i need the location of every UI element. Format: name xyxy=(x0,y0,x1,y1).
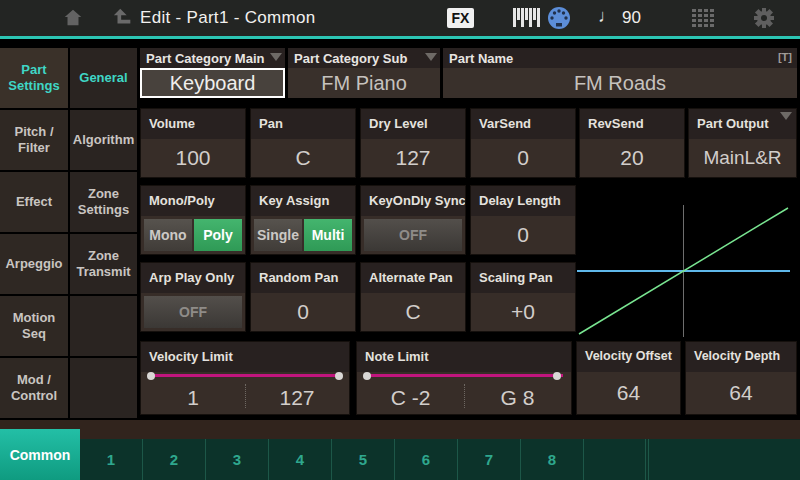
part-category-main-label: Part Category Main xyxy=(146,51,264,66)
velocity-offset-label: Velocity Offset xyxy=(577,342,680,372)
varsend-field[interactable]: VarSend 0 xyxy=(470,108,576,178)
alternate-pan-value[interactable]: C xyxy=(361,293,465,331)
sidebar-item-motion-seq[interactable]: Motion Seq xyxy=(0,296,68,356)
varsend-label: VarSend xyxy=(471,109,575,139)
chevron-down-icon xyxy=(270,53,282,61)
velocity-limit-high-handle[interactable] xyxy=(335,372,343,380)
velocity-offset-field[interactable]: Velocity Offset 64 xyxy=(576,341,681,415)
sidebar-item-arpeggio[interactable]: Arpeggio xyxy=(0,234,68,294)
dry-level-field[interactable]: Dry Level 127 xyxy=(360,108,466,178)
volume-value[interactable]: 100 xyxy=(141,139,245,177)
midi-icon[interactable] xyxy=(547,6,571,30)
note-limit-slider[interactable] xyxy=(363,372,565,380)
note-limit-label: Note Limit xyxy=(357,342,571,372)
fx-badge[interactable]: FX xyxy=(447,8,474,28)
sidebar-item-algorithm[interactable]: Algorithm xyxy=(70,110,137,170)
tab-blank-1 xyxy=(584,439,646,480)
text-entry-icon: [T] xyxy=(778,51,792,63)
sidebar-item-zone-settings[interactable]: Zone Settings xyxy=(70,172,137,232)
velocity-limit-low-value[interactable]: 1 xyxy=(141,382,245,414)
volume-field[interactable]: Volume 100 xyxy=(140,108,246,178)
velocity-depth-label: Velocity Depth xyxy=(686,342,796,372)
velocity-limit-slider[interactable] xyxy=(147,372,343,380)
sidebar-item-general[interactable]: General xyxy=(70,48,137,108)
key-assign-label: Key Assign xyxy=(251,186,355,216)
pan-value[interactable]: C xyxy=(251,139,355,177)
velocity-offset-value[interactable]: 64 xyxy=(577,372,680,414)
accent-divider xyxy=(0,36,800,39)
home-icon[interactable] xyxy=(62,7,84,29)
tab-part-1[interactable]: 1 xyxy=(80,439,143,480)
tab-part-2[interactable]: 2 xyxy=(143,439,206,480)
chevron-down-icon xyxy=(780,112,792,120)
tab-part-8[interactable]: 8 xyxy=(521,439,584,480)
pan-field[interactable]: Pan C xyxy=(250,108,356,178)
velocity-depth-value[interactable]: 64 xyxy=(686,372,796,414)
tab-part-5[interactable]: 5 xyxy=(332,439,395,480)
part-output-field[interactable]: Part Output MainL&R xyxy=(688,108,797,178)
mono-poly-label: Mono/Poly xyxy=(141,186,245,216)
part-name-value[interactable]: FM Roads xyxy=(443,68,797,98)
revsend-value[interactable]: 20 xyxy=(580,139,684,177)
part-name-field[interactable]: Part Name [T] FM Roads xyxy=(443,48,797,98)
volume-label: Volume xyxy=(141,109,245,139)
part-category-main-value[interactable]: Keyboard xyxy=(140,68,285,98)
part-tab-bar: 1 2 3 4 5 6 7 8 xyxy=(0,439,800,480)
part-category-sub-value[interactable]: FM Piano xyxy=(288,68,440,98)
note-limit-field: Note Limit C -2 G 8 xyxy=(356,341,572,415)
velocity-depth-field[interactable]: Velocity Depth 64 xyxy=(685,341,797,415)
scaling-pan-field[interactable]: Scaling Pan +0 xyxy=(470,262,576,332)
sidebar-item-effect[interactable]: Effect xyxy=(0,172,68,232)
keyondly-sync-toggle[interactable]: OFF xyxy=(364,219,462,251)
delay-length-value[interactable]: 0 xyxy=(471,216,575,254)
sidebar-item-empty-2 xyxy=(70,358,137,418)
part-output-value[interactable]: MainL&R xyxy=(689,139,796,177)
sidebar-item-part-settings[interactable]: Part Settings xyxy=(0,48,68,108)
gear-icon[interactable] xyxy=(752,6,776,30)
grid-pads-icon[interactable] xyxy=(692,9,716,27)
sidebar-item-mod-control[interactable]: Mod / Control xyxy=(0,358,68,418)
scaling-pan-value[interactable]: +0 xyxy=(471,293,575,331)
multi-button[interactable]: Multi xyxy=(304,219,352,251)
tab-part-3[interactable]: 3 xyxy=(206,439,269,480)
varsend-value[interactable]: 0 xyxy=(471,139,575,177)
arp-play-only-toggle[interactable]: OFF xyxy=(144,296,242,328)
exit-up-icon[interactable] xyxy=(112,7,134,29)
alternate-pan-field[interactable]: Alternate Pan C xyxy=(360,262,466,332)
scaling-pan-label: Scaling Pan xyxy=(471,263,575,293)
note-limit-low-handle[interactable] xyxy=(363,372,371,380)
velocity-limit-high-value[interactable]: 127 xyxy=(245,382,349,414)
tab-part-4[interactable]: 4 xyxy=(269,439,332,480)
poly-button[interactable]: Poly xyxy=(194,219,242,251)
tempo-note-icon: ♩ xyxy=(598,6,616,27)
tab-blank-2 xyxy=(646,439,649,480)
single-button[interactable]: Single xyxy=(254,219,302,251)
part-category-sub-field[interactable]: Part Category Sub FM Piano xyxy=(288,48,440,98)
delay-length-label: Delay Length xyxy=(471,186,575,216)
velocity-limit-low-handle[interactable] xyxy=(147,372,155,380)
part-category-main-field[interactable]: Part Category Main Keyboard xyxy=(140,48,285,98)
mono-button[interactable]: Mono xyxy=(144,219,192,251)
note-limit-high-value[interactable]: G 8 xyxy=(464,382,571,414)
tab-common[interactable]: Common xyxy=(0,429,80,480)
arp-play-only-field: Arp Play Only OFF xyxy=(140,262,246,332)
key-assign-field: Key Assign Single Multi xyxy=(250,185,356,255)
mono-poly-field: Mono/Poly Mono Poly xyxy=(140,185,246,255)
keyboard-icon[interactable] xyxy=(513,8,541,28)
page-title: Edit - Part1 - Common xyxy=(140,8,315,28)
top-bar: Edit - Part1 - Common FX ♩ 90 xyxy=(0,0,800,36)
part-name-label: Part Name xyxy=(449,51,513,66)
velocity-limit-field: Velocity Limit 1 127 xyxy=(140,341,350,415)
note-limit-low-value[interactable]: C -2 xyxy=(357,382,464,414)
revsend-field[interactable]: RevSend 20 xyxy=(579,108,685,178)
delay-length-field[interactable]: Delay Length 0 xyxy=(470,185,576,255)
random-pan-field[interactable]: Random Pan 0 xyxy=(250,262,356,332)
note-limit-high-handle[interactable] xyxy=(553,372,561,380)
dry-level-value[interactable]: 127 xyxy=(361,139,465,177)
random-pan-value[interactable]: 0 xyxy=(251,293,355,331)
tab-part-7[interactable]: 7 xyxy=(458,439,521,480)
sidebar-item-zone-transmit[interactable]: Zone Transmit xyxy=(70,234,137,294)
tempo-value[interactable]: 90 xyxy=(622,8,641,28)
sidebar-item-pitch-filter[interactable]: Pitch / Filter xyxy=(0,110,68,170)
tab-part-6[interactable]: 6 xyxy=(395,439,458,480)
